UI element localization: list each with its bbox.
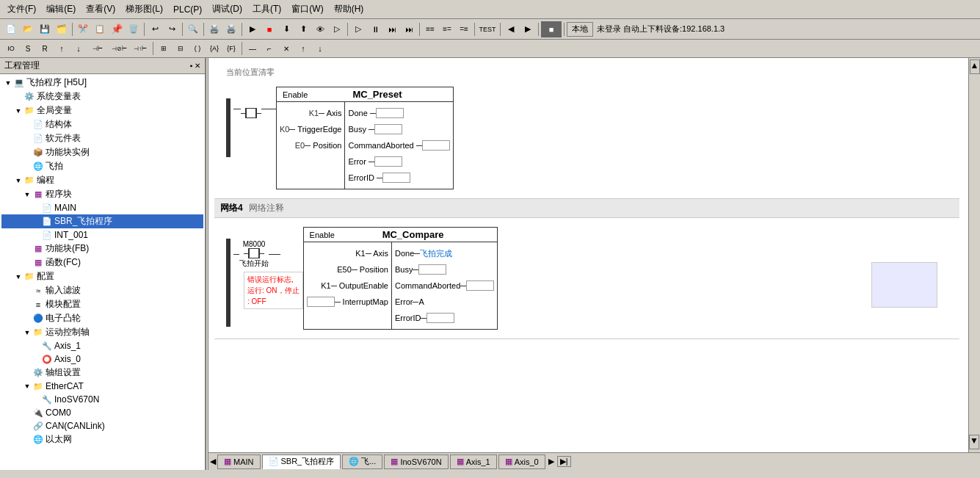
redo-btn[interactable]: ↪ [164, 21, 180, 37]
menu-help[interactable]: 帮助(H) [330, 1, 369, 17]
parallel-btn[interactable]: ⊞ [156, 40, 172, 57]
menu-debug[interactable]: 调试(D) [208, 1, 247, 17]
undo-btn[interactable]: ↩ [147, 21, 163, 37]
tree-item-canlink[interactable]: 🔗 CAN(CANLink) [1, 419, 203, 432]
paste-btn[interactable]: 📌 [109, 21, 125, 37]
run2-btn[interactable]: ▷ [350, 21, 366, 37]
tab-sbr[interactable]: 📄 SBR_飞拍程序 [262, 455, 341, 469]
monitor-btn[interactable]: 👁 [312, 21, 328, 37]
upload-btn[interactable]: ⬆ [295, 21, 311, 37]
find-btn[interactable]: 🔍 [185, 21, 201, 37]
tree-item-func[interactable]: ▦ 函数(FC) [1, 256, 203, 269]
tree-item-ecam[interactable]: 🔵 电子凸轮 [1, 311, 203, 325]
save-btn[interactable]: 💾 [37, 21, 53, 37]
ladder-r-btn[interactable]: R [37, 40, 53, 57]
cfg1-btn[interactable]: ≡≡ [422, 21, 438, 37]
ladder-arrow-up[interactable]: ↑ [54, 40, 70, 57]
step2-btn[interactable]: ⏭ [401, 21, 417, 37]
tree-item-axis0[interactable]: ⭕ Axis_0 [1, 352, 203, 366]
tree-item-root[interactable]: ▼ 💻 飞拍程序 [H5U] [1, 76, 203, 90]
save-all-btn[interactable]: 🗂️ [54, 21, 70, 37]
arrow-right-btn[interactable]: ▶ [520, 21, 536, 37]
expand-root[interactable]: ▼ [3, 78, 13, 88]
arrow-up2[interactable]: ↑ [295, 40, 311, 57]
tree-item-fbinst[interactable]: 📦 功能块实例 [1, 145, 203, 159]
tree-item-sysvars[interactable]: ⚙️ 系统变量表 [1, 90, 203, 104]
nand-btn[interactable]: ⌐ [261, 40, 277, 57]
parallel2-btn[interactable]: ⊟ [173, 40, 189, 57]
expand-ethercat[interactable]: ▼ [22, 381, 32, 391]
tree-item-progseq[interactable]: ▼ ▦ 程序块 [1, 187, 203, 201]
new-btn[interactable]: 📄 [3, 21, 19, 37]
tree-item-motionaxis[interactable]: ▼ 📁 运动控制轴 [1, 325, 203, 339]
cut-btn[interactable]: ✂️ [75, 21, 91, 37]
ladder-contact2[interactable]: ⊣⊘⊢ [109, 40, 129, 57]
menu-file[interactable]: 文件(F) [3, 1, 40, 17]
tree-item-elemtable[interactable]: 📄 软元件表 [1, 131, 203, 145]
coil-btn[interactable]: ( ) [189, 40, 206, 57]
tab-scroll-end[interactable]: ▶| [557, 456, 571, 467]
tree-item-com0[interactable]: 🔌 COM0 [1, 406, 203, 419]
menu-window[interactable]: 窗口(W) [287, 1, 327, 17]
tree-item-ethernet[interactable]: 🌐 以太网 [1, 432, 203, 446]
arrow-left-btn[interactable]: ◀ [503, 21, 519, 37]
step-btn[interactable]: ⏭ [384, 21, 400, 37]
coil-a-btn[interactable]: {A} [206, 40, 222, 57]
ladder-contact3[interactable]: ⊣↑⊢ [130, 40, 150, 57]
tree-item-globalvars[interactable]: ▼ 📁 全局变量 [1, 104, 203, 117]
expand-motionaxis[interactable]: ▼ [22, 327, 32, 338]
tree-item-config[interactable]: ▼ 📁 配置 [1, 269, 203, 283]
copy-btn[interactable]: 📋 [92, 21, 108, 37]
expand-program[interactable]: ▼ [13, 175, 23, 186]
download-btn[interactable]: ⬇ [278, 21, 294, 37]
ladder-contact1[interactable]: ⊣⊢ [87, 40, 108, 57]
expand-config[interactable]: ▼ [13, 272, 23, 282]
ladder-arrow-dn[interactable]: ↓ [70, 40, 87, 57]
coil-f-btn[interactable]: {F} [223, 40, 239, 57]
delete-btn[interactable]: 🗑️ [126, 21, 142, 37]
tree-item-structs[interactable]: 📄 结构体 [1, 117, 203, 131]
pause-btn[interactable]: ⏸ [367, 21, 383, 37]
menu-plc[interactable]: PLC(P) [169, 3, 206, 16]
tab-scroll-left[interactable]: ◀ [210, 457, 216, 466]
expand-progseq[interactable]: ▼ [22, 189, 32, 200]
stop-btn[interactable]: ■ [261, 21, 277, 37]
monitor2-btn[interactable]: ■ [541, 21, 562, 37]
expand-globalvars[interactable]: ▼ [13, 106, 23, 116]
tab-main[interactable]: ▦ MAIN [217, 455, 261, 469]
compile-btn[interactable]: ▶ [244, 21, 261, 37]
vscrollbar[interactable]: ▲ ▼ [968, 58, 980, 452]
local-btn[interactable]: 本地 [567, 22, 593, 37]
print2-btn[interactable]: 🖨️ [223, 21, 239, 37]
run-btn[interactable]: ▷ [329, 21, 345, 37]
tree-item-axis1[interactable]: 🔧 Axis_1 [1, 339, 203, 352]
tab-inosv[interactable]: ▦ InoSV670N [384, 455, 448, 469]
print-btn[interactable]: 🖨️ [206, 21, 222, 37]
tree-item-sbr[interactable]: 📄 SBR_飞拍程序 [1, 214, 203, 228]
tab-axis1[interactable]: ▦ Axis_1 [450, 455, 497, 469]
arrow-dn2[interactable]: ↓ [312, 40, 328, 57]
tab-scroll-right[interactable]: ▶ [548, 457, 554, 466]
hline-btn[interactable]: — [244, 40, 261, 57]
tree-item-ethercat[interactable]: ▼ 📁 EtherCAT [1, 380, 203, 393]
tree-item-program[interactable]: ▼ 📁 编程 [1, 173, 203, 187]
tree-item-inputfilter[interactable]: ≈ 输入滤波 [1, 283, 203, 297]
menu-view[interactable]: 查看(V) [81, 1, 120, 17]
tab-fly[interactable]: 🌐 飞... [342, 455, 382, 469]
tree-item-fb[interactable]: ▦ 功能块(FB) [1, 242, 203, 256]
tree-item-flyshoot[interactable]: 🌐 飞拍 [1, 159, 203, 173]
open-btn[interactable]: 📂 [20, 21, 36, 37]
tree-item-inosv670n[interactable]: 🔧 InoSV670N [1, 393, 203, 406]
menu-edit[interactable]: 编辑(E) [42, 1, 80, 17]
tree-item-main[interactable]: 📄 MAIN [1, 201, 203, 214]
cfg3-btn[interactable]: =≡ [456, 21, 472, 37]
cfg2-btn[interactable]: ≡= [439, 21, 455, 37]
test-btn[interactable]: TEST [477, 21, 498, 37]
tree-item-int001[interactable]: 📄 INT_001 [1, 228, 203, 242]
cross-btn[interactable]: ✕ [278, 40, 294, 57]
menu-ladder[interactable]: 梯形图(L) [121, 1, 167, 17]
ladder-s-btn[interactable]: S [20, 40, 36, 57]
tree-item-axisgroup[interactable]: ⚙️ 轴组设置 [1, 366, 203, 380]
tree-item-modulecfg[interactable]: ≡ 模块配置 [1, 297, 203, 311]
menu-tools[interactable]: 工具(T) [248, 1, 286, 17]
